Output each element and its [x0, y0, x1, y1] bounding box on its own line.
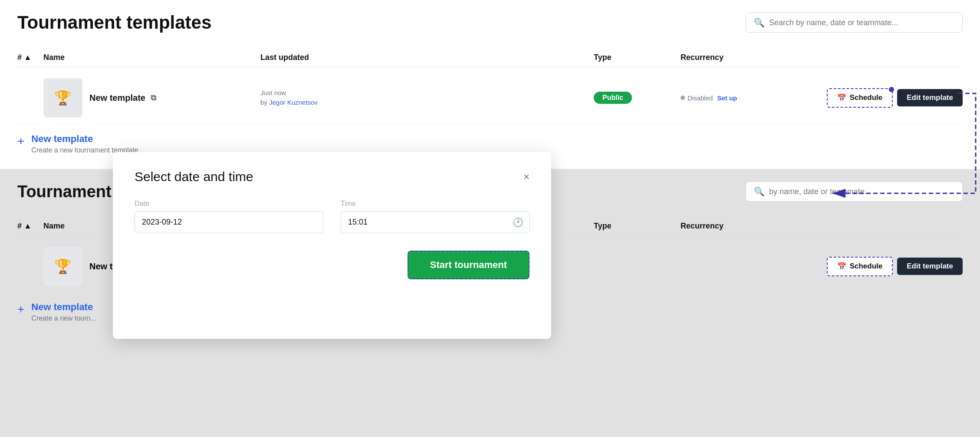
template-name: New template: [89, 93, 145, 103]
schedule-button[interactable]: 📅 Schedule: [827, 88, 893, 108]
page-title: Tournament templates: [17, 12, 211, 33]
search-bar[interactable]: 🔍: [746, 13, 963, 33]
bottom-actions-cell: 📅 Schedule Edit template: [789, 257, 963, 276]
type-cell: Public: [594, 92, 681, 104]
bottom-plus-icon: +: [17, 302, 24, 316]
trophy-thumbnail: 🏆: [43, 78, 82, 117]
top-section: Tournament templates 🔍 # ▲ Name Last upd…: [0, 0, 980, 169]
bottom-calendar-icon: 📅: [837, 262, 846, 271]
col-actions: [789, 53, 963, 62]
bottom-schedule-button: 📅 Schedule: [827, 257, 893, 276]
bottom-col-recurrency: Recurrency: [681, 222, 789, 231]
dot-indicator: [889, 87, 894, 92]
type-badge: Public: [594, 92, 632, 104]
modal-dialog: Select date and time × Date Time 🕐 Start…: [113, 152, 551, 339]
actions-cell: 📅 Schedule Edit template: [789, 88, 963, 108]
modal-title: Select date and time: [135, 169, 253, 184]
top-header: Tournament templates 🔍: [17, 12, 963, 33]
bottom-search-input: [769, 187, 954, 196]
time-input[interactable]: [341, 211, 529, 233]
date-form-group: Date: [135, 200, 323, 233]
search-icon: 🔍: [754, 17, 765, 28]
bottom-trophy-thumb: 🏆: [43, 247, 82, 286]
date-input[interactable]: [135, 211, 323, 233]
time-form-group: Time 🕐: [341, 200, 529, 233]
bottom-col-type: Type: [594, 222, 681, 231]
search-input[interactable]: [769, 18, 954, 27]
time-label: Time: [341, 200, 529, 208]
col-number: # ▲: [17, 53, 43, 62]
col-name: Name: [43, 53, 260, 62]
bottom-search-icon: 🔍: [754, 186, 765, 197]
table-row: 🏆 New template ⧉ Just now by Jegor Kuzne…: [17, 71, 963, 125]
col-type: Type: [594, 53, 681, 62]
author-name: Jegor Kuznetsov: [269, 99, 318, 106]
time-input-wrapper: 🕐: [341, 211, 529, 233]
row-name-cell: New template ⧉: [89, 93, 156, 103]
bottom-search-bar: 🔍: [746, 182, 963, 202]
recurrency-cell: Disabled Set up: [681, 94, 789, 102]
plus-icon[interactable]: +: [17, 134, 24, 148]
page-wrapper: Tournament templates 🔍 # ▲ Name Last upd…: [0, 0, 980, 437]
col-last-updated: Last updated: [260, 53, 594, 62]
edit-template-button-bottom: Edit template: [897, 258, 963, 275]
bottom-new-template-sub: Create a new tourn...: [31, 315, 96, 322]
clock-icon: 🕐: [513, 217, 523, 228]
copy-icon[interactable]: ⧉: [151, 93, 156, 103]
col-recurrency: Recurrency: [681, 53, 789, 62]
table-header: # ▲ Name Last updated Type Recurrency: [17, 49, 963, 67]
modal-footer: Start tournament: [135, 251, 529, 279]
bottom-new-template-link: New template: [31, 301, 96, 313]
new-template-link[interactable]: New template: [31, 133, 138, 145]
last-updated-by: by Jegor Kuznetsov: [260, 98, 594, 108]
calendar-icon: 📅: [837, 93, 846, 103]
recurrency-text: Disabled: [687, 94, 713, 102]
disabled-dot: [681, 96, 685, 100]
setup-link[interactable]: Set up: [717, 94, 737, 102]
start-tournament-button[interactable]: Start tournament: [408, 251, 529, 279]
bottom-col-number: # ▲: [17, 222, 43, 231]
modal-form: Date Time 🕐: [135, 200, 529, 233]
new-template-row: + New template Create a new tournament t…: [17, 125, 963, 154]
date-label: Date: [135, 200, 323, 208]
last-updated-time: Just now: [260, 88, 594, 98]
last-updated-cell: Just now by Jegor Kuznetsov: [260, 88, 594, 108]
edit-template-button-top[interactable]: Edit template: [897, 89, 963, 106]
modal-header: Select date and time ×: [135, 169, 529, 184]
modal-close-button[interactable]: ×: [523, 171, 529, 183]
